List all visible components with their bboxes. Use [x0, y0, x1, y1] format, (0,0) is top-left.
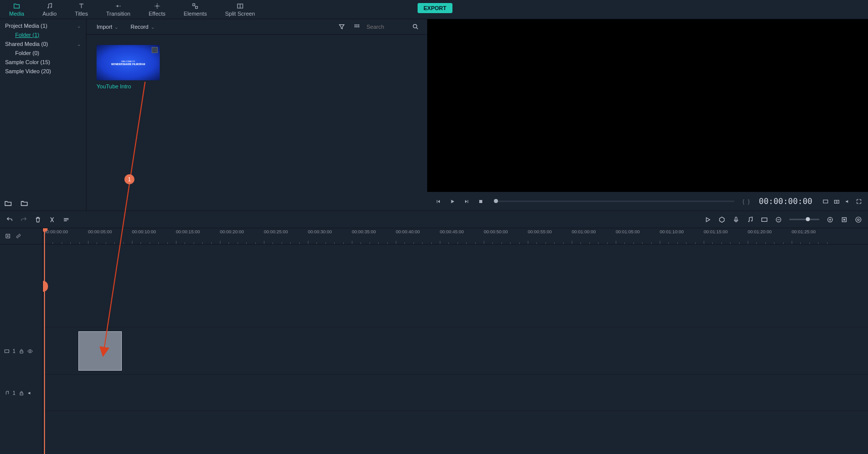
settings-icon[interactable]: [855, 216, 862, 223]
svg-point-12: [413, 24, 417, 28]
transition-icon: [115, 3, 122, 10]
sidebar-project-media[interactable]: Project Media (1) ⌄: [0, 21, 86, 30]
filter-icon[interactable]: [338, 23, 345, 30]
timeline-tracks-area[interactable]: 00:00:00:0000:00:05:0000:00:10:0000:00:1…: [43, 228, 868, 454]
render-icon[interactable]: [704, 216, 711, 223]
chevron-down-icon: ⌄: [77, 41, 81, 47]
sidebar-sample-color[interactable]: Sample Color (15): [0, 58, 86, 67]
split-icon[interactable]: [49, 216, 56, 223]
video-track-icon: [4, 348, 10, 354]
track-add-icon[interactable]: [5, 233, 11, 239]
tab-elements[interactable]: Elements: [174, 1, 216, 19]
mark-brackets[interactable]: { }: [743, 198, 751, 205]
export-button[interactable]: EXPORT: [418, 3, 452, 13]
search-box: [367, 23, 421, 30]
svg-rect-17: [735, 217, 737, 220]
ruler-label: 00:00:10:00: [132, 229, 156, 234]
timeline-track[interactable]: [43, 295, 868, 327]
volume-icon[interactable]: [845, 198, 851, 205]
media-thumbnail: WELCOME TO WONDERSHARE FILMORA9: [97, 45, 160, 80]
ruler-label: 00:00:15:00: [176, 229, 200, 234]
play-button[interactable]: [447, 196, 458, 207]
aspect-icon[interactable]: [761, 216, 768, 223]
svg-rect-6: [354, 24, 355, 25]
record-button[interactable]: Record ⌄: [126, 22, 158, 31]
svg-rect-11: [358, 26, 359, 27]
tab-split-screen[interactable]: Split Screen: [216, 1, 264, 19]
zoom-out-icon[interactable]: [775, 216, 782, 223]
stop-button[interactable]: [476, 196, 486, 207]
sidebar-shared-media[interactable]: Shared Media (0) ⌄: [0, 39, 86, 48]
video-track-header[interactable]: 1: [0, 327, 42, 375]
drop-target-clip[interactable]: [78, 331, 122, 371]
grid-view-icon[interactable]: [353, 23, 360, 30]
lock-icon[interactable]: [19, 348, 24, 354]
track-spacer: [43, 266, 868, 295]
audio-mixer-icon[interactable]: [747, 216, 754, 223]
zoom-fit-icon[interactable]: [841, 216, 848, 223]
media-item-label: YouTube Intro: [97, 83, 160, 89]
media-sidebar: Project Media (1) ⌄ Folder (1) Shared Me…: [0, 19, 86, 211]
tab-titles[interactable]: Titles: [66, 1, 97, 19]
mute-icon[interactable]: [27, 390, 33, 396]
media-item-youtube-intro[interactable]: WELCOME TO WONDERSHARE FILMORA9 YouTube …: [97, 45, 160, 89]
tab-audio[interactable]: Audio: [33, 1, 66, 19]
undo-icon[interactable]: [6, 216, 13, 223]
playhead[interactable]: [44, 228, 45, 454]
audio-track-header[interactable]: 1: [0, 375, 42, 411]
marker-icon[interactable]: [718, 216, 725, 223]
zoom-in-icon[interactable]: [827, 216, 834, 223]
chevron-down-icon: ⌄: [77, 23, 81, 29]
ruler-label: 00:00:45:00: [440, 229, 464, 234]
timeline-ruler[interactable]: 00:00:00:0000:00:05:0000:00:10:0000:00:1…: [43, 228, 868, 244]
ruler-label: 00:00:05:00: [88, 229, 112, 234]
sidebar-sample-video[interactable]: Sample Video (20): [0, 67, 86, 76]
svg-point-30: [29, 350, 31, 352]
timeline-track-headers: 1 1: [0, 228, 43, 454]
snapshot-icon[interactable]: [834, 198, 840, 205]
tab-media[interactable]: Media: [0, 1, 33, 19]
crop-icon[interactable]: [63, 216, 70, 223]
redo-icon[interactable]: [20, 216, 27, 223]
new-folder-icon[interactable]: [4, 199, 12, 208]
music-icon: [46, 3, 53, 10]
tab-effects[interactable]: Effects: [140, 1, 174, 19]
sidebar-folder-1[interactable]: Folder (1): [0, 30, 86, 39]
svg-point-18: [748, 221, 749, 222]
text-icon: [78, 3, 85, 10]
folder-tree-icon[interactable]: [20, 199, 28, 208]
audio-track-icon: [4, 390, 10, 396]
search-icon[interactable]: [412, 23, 419, 30]
fullscreen-icon[interactable]: [856, 198, 862, 205]
ruler-label: 00:00:50:00: [484, 229, 508, 234]
ruler-label: 00:01:25:00: [792, 229, 816, 234]
audio-track-1[interactable]: [43, 375, 868, 411]
preview-timecode: 00:00:00:00: [759, 196, 812, 206]
top-tabs: Media Audio Titles Transition Effects El…: [0, 0, 868, 19]
next-frame-button[interactable]: [462, 196, 472, 207]
zoom-slider[interactable]: [789, 219, 819, 220]
preview-progress[interactable]: [494, 200, 735, 202]
effects-icon: [154, 3, 161, 10]
video-track-1[interactable]: [43, 327, 868, 375]
chevron-down-icon: ⌄: [114, 24, 118, 30]
preview-viewport: [427, 19, 868, 192]
delete-icon[interactable]: [34, 216, 41, 223]
prev-frame-button[interactable]: [433, 196, 443, 207]
eye-icon[interactable]: [27, 348, 33, 354]
search-input[interactable]: [367, 24, 407, 30]
svg-rect-28: [5, 349, 9, 352]
import-button[interactable]: Import ⌄: [93, 22, 122, 31]
link-icon[interactable]: [16, 233, 21, 239]
svg-rect-24: [843, 219, 845, 221]
quality-icon[interactable]: [823, 198, 829, 205]
voiceover-icon[interactable]: [733, 216, 740, 223]
svg-rect-9: [354, 26, 355, 27]
tab-transition[interactable]: Transition: [97, 1, 140, 19]
ruler-label: 00:01:10:00: [660, 229, 684, 234]
lock-icon[interactable]: [19, 390, 24, 396]
svg-rect-10: [356, 26, 357, 27]
ruler-label: 00:00:20:00: [220, 229, 244, 234]
svg-rect-13: [479, 200, 482, 203]
sidebar-folder-0[interactable]: Folder (0): [0, 48, 86, 58]
